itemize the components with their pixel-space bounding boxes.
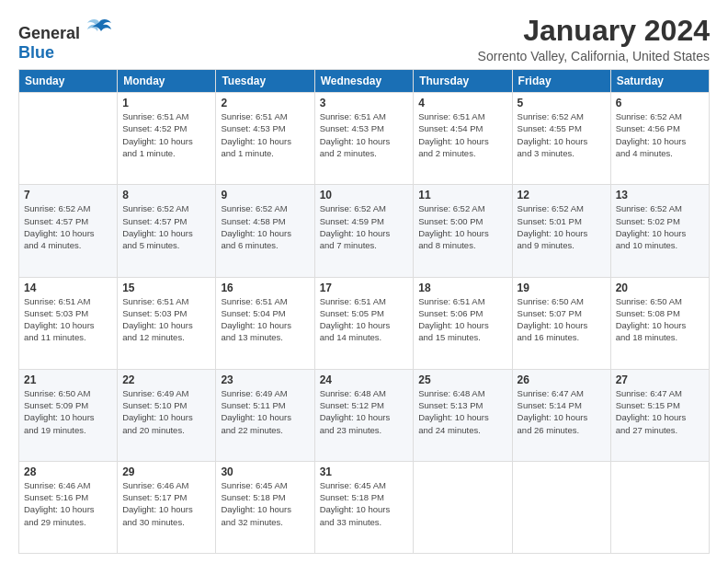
week-row-4: 21Sunrise: 6:50 AMSunset: 5:09 PMDayligh… <box>19 369 710 461</box>
day-number: 28 <box>24 465 112 478</box>
weekday-header-thursday: Thursday <box>414 70 512 93</box>
day-info: Sunrise: 6:52 AMSunset: 5:02 PMDaylight:… <box>616 202 704 251</box>
day-number: 6 <box>616 97 704 109</box>
day-number: 2 <box>221 97 309 109</box>
day-info: Sunrise: 6:46 AMSunset: 5:17 PMDaylight:… <box>122 479 210 528</box>
day-number: 31 <box>320 465 409 478</box>
header: General Blue January 2024 Sorrento Valle… <box>18 15 710 63</box>
day-number: 16 <box>221 282 309 294</box>
day-number: 5 <box>518 97 606 109</box>
weekday-header-sunday: Sunday <box>19 70 118 93</box>
day-number: 26 <box>518 373 606 386</box>
day-info: Sunrise: 6:52 AMSunset: 4:59 PMDaylight:… <box>320 202 409 251</box>
day-number: 30 <box>221 465 309 478</box>
day-info: Sunrise: 6:52 AMSunset: 5:00 PMDaylight:… <box>418 202 506 251</box>
day-info: Sunrise: 6:50 AMSunset: 5:09 PMDaylight:… <box>24 387 112 436</box>
day-info: Sunrise: 6:51 AMSunset: 5:05 PMDaylight:… <box>320 295 409 344</box>
day-info: Sunrise: 6:49 AMSunset: 5:11 PMDaylight:… <box>221 387 309 436</box>
calendar-cell: 6Sunrise: 6:52 AMSunset: 4:56 PMDaylight… <box>610 93 709 185</box>
title-block: January 2024 Sorrento Valley, California… <box>478 15 710 63</box>
day-number: 7 <box>24 189 112 201</box>
day-number: 22 <box>122 373 210 386</box>
calendar-cell: 10Sunrise: 6:52 AMSunset: 4:59 PMDayligh… <box>314 185 414 277</box>
calendar-cell: 24Sunrise: 6:48 AMSunset: 5:12 PMDayligh… <box>314 369 414 461</box>
day-info: Sunrise: 6:51 AMSunset: 4:53 PMDaylight:… <box>221 110 309 159</box>
day-info: Sunrise: 6:51 AMSunset: 4:53 PMDaylight:… <box>320 110 409 159</box>
calendar-cell: 18Sunrise: 6:51 AMSunset: 5:06 PMDayligh… <box>414 277 512 369</box>
day-info: Sunrise: 6:47 AMSunset: 5:14 PMDaylight:… <box>518 387 606 436</box>
main-title: January 2024 <box>478 15 710 47</box>
calendar-cell: 23Sunrise: 6:49 AMSunset: 5:11 PMDayligh… <box>216 369 314 461</box>
day-info: Sunrise: 6:51 AMSunset: 5:06 PMDaylight:… <box>418 295 506 344</box>
day-number: 8 <box>122 189 210 201</box>
calendar-cell: 16Sunrise: 6:51 AMSunset: 5:04 PMDayligh… <box>216 277 314 369</box>
calendar-cell: 25Sunrise: 6:48 AMSunset: 5:13 PMDayligh… <box>414 369 512 461</box>
day-info: Sunrise: 6:48 AMSunset: 5:13 PMDaylight:… <box>418 387 506 436</box>
day-number: 24 <box>320 373 409 386</box>
calendar-cell: 3Sunrise: 6:51 AMSunset: 4:53 PMDaylight… <box>314 93 414 185</box>
logo-general: General <box>18 24 80 42</box>
week-row-5: 28Sunrise: 6:46 AMSunset: 5:16 PMDayligh… <box>19 461 710 553</box>
calendar-cell: 13Sunrise: 6:52 AMSunset: 5:02 PMDayligh… <box>610 185 709 277</box>
calendar-cell: 8Sunrise: 6:52 AMSunset: 4:57 PMDaylight… <box>118 185 216 277</box>
day-info: Sunrise: 6:51 AMSunset: 5:03 PMDaylight:… <box>24 295 112 344</box>
logo-bird-icon <box>86 18 112 39</box>
day-info: Sunrise: 6:46 AMSunset: 5:16 PMDaylight:… <box>24 479 112 528</box>
calendar-cell: 22Sunrise: 6:49 AMSunset: 5:10 PMDayligh… <box>118 369 216 461</box>
calendar-cell <box>19 93 118 185</box>
weekday-header-wednesday: Wednesday <box>314 70 414 93</box>
weekday-header-friday: Friday <box>512 70 610 93</box>
calendar-cell: 2Sunrise: 6:51 AMSunset: 4:53 PMDaylight… <box>216 93 314 185</box>
day-number: 21 <box>24 373 112 386</box>
calendar-cell: 7Sunrise: 6:52 AMSunset: 4:57 PMDaylight… <box>19 185 118 277</box>
weekday-header-saturday: Saturday <box>610 70 709 93</box>
day-info: Sunrise: 6:52 AMSunset: 5:01 PMDaylight:… <box>518 202 606 251</box>
day-number: 19 <box>518 282 606 294</box>
day-number: 20 <box>616 282 704 294</box>
logo-text: General Blue <box>18 18 112 63</box>
subtitle: Sorrento Valley, California, United Stat… <box>478 49 710 63</box>
week-row-3: 14Sunrise: 6:51 AMSunset: 5:03 PMDayligh… <box>19 277 710 369</box>
week-row-1: 1Sunrise: 6:51 AMSunset: 4:52 PMDaylight… <box>19 93 710 185</box>
day-info: Sunrise: 6:51 AMSunset: 5:04 PMDaylight:… <box>221 295 309 344</box>
day-number: 12 <box>518 189 606 201</box>
day-info: Sunrise: 6:45 AMSunset: 5:18 PMDaylight:… <box>221 479 309 528</box>
day-info: Sunrise: 6:48 AMSunset: 5:12 PMDaylight:… <box>320 387 409 436</box>
day-number: 25 <box>418 373 506 386</box>
day-number: 1 <box>122 97 210 109</box>
day-number: 15 <box>122 282 210 294</box>
calendar-cell: 17Sunrise: 6:51 AMSunset: 5:05 PMDayligh… <box>314 277 414 369</box>
calendar-cell: 15Sunrise: 6:51 AMSunset: 5:03 PMDayligh… <box>118 277 216 369</box>
calendar-cell: 28Sunrise: 6:46 AMSunset: 5:16 PMDayligh… <box>19 461 118 553</box>
day-info: Sunrise: 6:50 AMSunset: 5:08 PMDaylight:… <box>616 295 704 344</box>
day-info: Sunrise: 6:51 AMSunset: 4:54 PMDaylight:… <box>418 110 506 159</box>
day-info: Sunrise: 6:52 AMSunset: 4:55 PMDaylight:… <box>518 110 606 159</box>
calendar-cell: 11Sunrise: 6:52 AMSunset: 5:00 PMDayligh… <box>414 185 512 277</box>
day-info: Sunrise: 6:47 AMSunset: 5:15 PMDaylight:… <box>616 387 704 436</box>
day-info: Sunrise: 6:52 AMSunset: 4:56 PMDaylight:… <box>616 110 704 159</box>
day-number: 13 <box>616 189 704 201</box>
day-info: Sunrise: 6:45 AMSunset: 5:18 PMDaylight:… <box>320 479 409 528</box>
calendar-cell: 5Sunrise: 6:52 AMSunset: 4:55 PMDaylight… <box>512 93 610 185</box>
day-info: Sunrise: 6:49 AMSunset: 5:10 PMDaylight:… <box>122 387 210 436</box>
day-number: 18 <box>418 282 506 294</box>
day-number: 17 <box>320 282 409 294</box>
calendar-cell: 26Sunrise: 6:47 AMSunset: 5:14 PMDayligh… <box>512 369 610 461</box>
day-info: Sunrise: 6:52 AMSunset: 4:57 PMDaylight:… <box>24 202 112 251</box>
day-number: 23 <box>221 373 309 386</box>
calendar-cell: 1Sunrise: 6:51 AMSunset: 4:52 PMDaylight… <box>118 93 216 185</box>
weekday-header-tuesday: Tuesday <box>216 70 314 93</box>
day-info: Sunrise: 6:51 AMSunset: 5:03 PMDaylight:… <box>122 295 210 344</box>
logo-blue: Blue <box>18 43 54 62</box>
calendar-cell: 4Sunrise: 6:51 AMSunset: 4:54 PMDaylight… <box>414 93 512 185</box>
page: General Blue January 2024 Sorrento Valle… <box>0 0 728 563</box>
week-row-2: 7Sunrise: 6:52 AMSunset: 4:57 PMDaylight… <box>19 185 710 277</box>
calendar-cell: 31Sunrise: 6:45 AMSunset: 5:18 PMDayligh… <box>314 461 414 553</box>
day-number: 10 <box>320 189 409 201</box>
day-number: 27 <box>616 373 704 386</box>
calendar-cell <box>610 461 709 553</box>
calendar-table: SundayMondayTuesdayWednesdayThursdayFrid… <box>18 69 710 554</box>
calendar-cell: 29Sunrise: 6:46 AMSunset: 5:17 PMDayligh… <box>118 461 216 553</box>
day-number: 3 <box>320 97 409 109</box>
calendar-cell: 30Sunrise: 6:45 AMSunset: 5:18 PMDayligh… <box>216 461 314 553</box>
